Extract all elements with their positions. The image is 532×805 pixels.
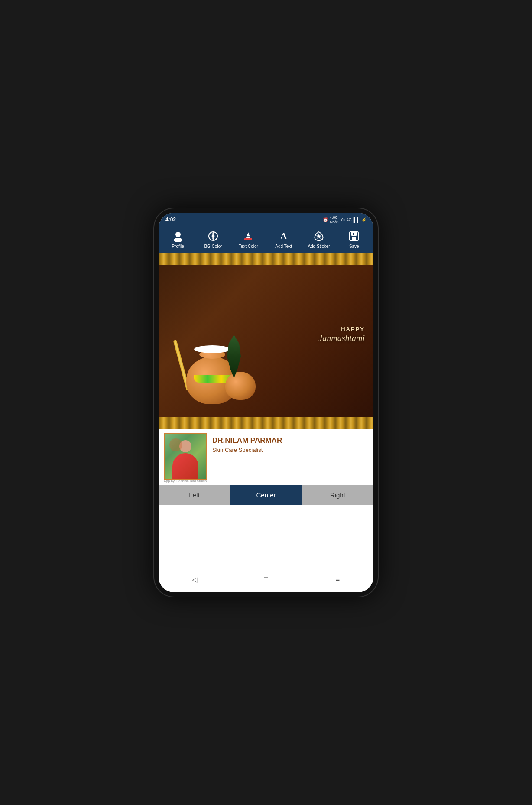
- text-color-label: Text Color: [239, 244, 258, 249]
- svg-point-1: [174, 238, 182, 242]
- network-icon: 4G: [347, 217, 352, 222]
- alarm-icon: ⏰: [323, 217, 328, 222]
- align-center-button[interactable]: Center: [230, 485, 302, 505]
- bg-color-icon: [207, 230, 219, 242]
- profile-label: Profile: [172, 244, 184, 249]
- profile-icon: [172, 230, 184, 242]
- status-bar: 4:02 ⏰ 4.00KB/S Yo 4G ▌▌ ⚡: [159, 213, 373, 227]
- bottom-content: [159, 505, 373, 568]
- menu-button[interactable]: ≡: [331, 572, 344, 586]
- canvas-area: HAPPY Janmashtami: [159, 253, 373, 592]
- system-nav: ◁ □ ≡: [159, 568, 373, 592]
- text-color-icon: [242, 230, 254, 242]
- device-frame: 4:02 ⏰ 4.00KB/S Yo 4G ▌▌ ⚡ Profile: [153, 208, 379, 597]
- pot-small: [225, 372, 256, 400]
- align-right-button[interactable]: Right: [302, 485, 373, 505]
- status-icons: ⏰ 4.00KB/S Yo 4G ▌▌ ⚡: [323, 215, 367, 224]
- happy-text: HAPPY: [341, 326, 365, 332]
- poster-border-top: [159, 253, 373, 265]
- svg-rect-9: [352, 237, 356, 240]
- add-sticker-icon: [313, 230, 325, 242]
- save-label: Save: [349, 244, 359, 249]
- svg-point-0: [175, 232, 181, 237]
- add-sticker-label: Add Sticker: [308, 244, 330, 249]
- poster-content: HAPPY Janmashtami: [159, 265, 373, 417]
- toolbar-item-save[interactable]: Save: [342, 230, 366, 249]
- app-credit: App by: Fashion Bird Studio: [164, 479, 207, 483]
- signal-icon: ▌▌: [354, 217, 360, 222]
- person-body: [172, 453, 198, 479]
- profile-info: DR.NILAM PARMAR Skin Care Specialist: [212, 433, 368, 453]
- janmashtami-text: Janmashtami: [318, 333, 365, 343]
- poster-border-bottom: [159, 417, 373, 429]
- alignment-bar: Left Center Right: [159, 485, 373, 505]
- device-screen: 4:02 ⏰ 4.00KB/S Yo 4G ▌▌ ⚡ Profile: [159, 213, 373, 592]
- carrier-icon: Yo: [341, 217, 345, 222]
- toolbar-item-bg-color[interactable]: BG Color: [201, 230, 225, 249]
- toolbar-item-add-text[interactable]: A Add Text: [272, 230, 296, 249]
- toolbar-item-text-color[interactable]: Text Color: [236, 230, 260, 249]
- toolbar-item-profile[interactable]: Profile: [166, 230, 190, 249]
- profile-name: DR.NILAM PARMAR: [212, 436, 368, 445]
- profile-title: Skin Care Specialist: [212, 447, 368, 453]
- align-left-button[interactable]: Left: [159, 485, 230, 505]
- poster-left: [167, 269, 266, 413]
- svg-rect-10: [353, 233, 354, 235]
- profile-photo: [165, 434, 206, 479]
- pot-top-white: [194, 345, 230, 353]
- poster-right: HAPPY Janmashtami: [266, 326, 365, 356]
- status-time: 4:02: [165, 217, 176, 223]
- profile-photo-wrapper: [164, 433, 207, 480]
- toolbar-item-add-sticker[interactable]: Add Sticker: [307, 230, 331, 249]
- back-button[interactable]: ◁: [188, 572, 201, 586]
- poster-bg: HAPPY Janmashtami: [159, 253, 373, 429]
- profile-section: DR.NILAM PARMAR Skin Care Specialist App…: [159, 429, 373, 485]
- svg-rect-5: [244, 238, 252, 240]
- data-speed: 4.00KB/S: [330, 215, 339, 224]
- toolbar: Profile BG Color: [159, 227, 373, 253]
- add-text-icon: A: [278, 230, 290, 242]
- battery-icon: ⚡: [361, 217, 367, 222]
- bg-color-label: BG Color: [204, 244, 222, 249]
- poster-container: HAPPY Janmashtami: [159, 253, 373, 485]
- save-icon: [348, 230, 360, 242]
- pot-illustration: [178, 335, 256, 404]
- add-text-label: Add Text: [275, 244, 292, 249]
- home-button[interactable]: □: [259, 572, 273, 586]
